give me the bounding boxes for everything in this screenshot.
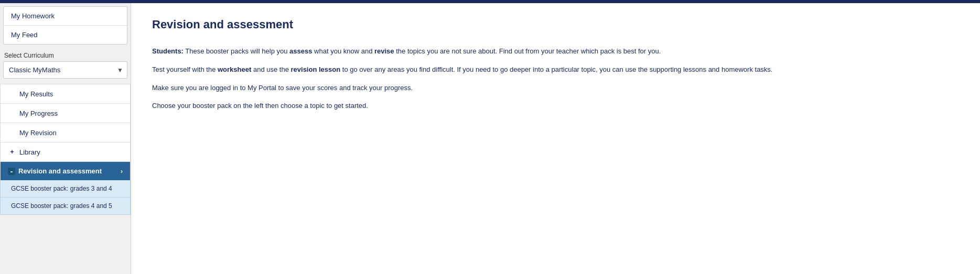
gcse-booster-3-4-label: GCSE booster pack: grades 3 and 4 xyxy=(11,185,112,192)
paragraph-2: Test yourself with the worksheet and use… xyxy=(152,64,959,75)
sidebar-item-my-results[interactable]: My Results xyxy=(0,84,131,103)
sidebar: My Homework My Feed Select Curriculum Cl… xyxy=(0,3,131,274)
main-content: Revision and assessment Students: These … xyxy=(131,3,980,274)
paragraph-3: Make sure you are logged in to My Portal… xyxy=(152,83,959,94)
paragraph-4: Choose your booster pack on the left the… xyxy=(152,101,959,112)
sidebar-item-my-progress[interactable]: My Progress xyxy=(0,103,131,123)
sidebar-top-links: My Homework My Feed xyxy=(3,6,127,45)
students-label: Students: xyxy=(152,47,184,55)
paragraph-1: Students: These booster packs will help … xyxy=(152,46,959,57)
sidebar-sub-item-gcse-3-4[interactable]: GCSE booster pack: grades 3 and 4 xyxy=(0,180,131,198)
sidebar-item-my-feed[interactable]: My Feed xyxy=(4,26,127,44)
p1-text3: the topics you are not sure about. Find … xyxy=(396,47,661,55)
my-progress-icon xyxy=(8,109,16,117)
sidebar-nav: My Results My Progress My Revision + Lib… xyxy=(0,84,131,215)
sidebar-item-my-homework[interactable]: My Homework xyxy=(4,7,127,26)
revision-arrow-icon: › xyxy=(121,168,123,175)
my-results-icon xyxy=(8,90,16,98)
p1-text1: These booster packs will help you xyxy=(185,47,289,55)
p2-text2: and use the xyxy=(253,65,291,73)
curriculum-label: Select Curriculum xyxy=(0,48,131,61)
curriculum-select[interactable]: Classic MyMaths xyxy=(3,61,127,79)
assess-bold: assess xyxy=(289,47,312,55)
sidebar-item-my-revision[interactable]: My Revision xyxy=(0,123,131,142)
sidebar-item-library[interactable]: + Library xyxy=(0,142,131,161)
sidebar-item-revision-and-assessment[interactable]: - Revision and assessment › xyxy=(0,161,131,180)
sidebar-item-my-progress-label: My Progress xyxy=(19,109,58,117)
page-title: Revision and assessment xyxy=(152,18,959,31)
sidebar-item-my-results-label: My Results xyxy=(19,90,53,98)
sidebar-item-library-label: Library xyxy=(19,148,40,156)
sidebar-sub-item-gcse-4-5[interactable]: GCSE booster pack: grades 4 and 5 xyxy=(0,198,131,215)
revision-lesson-bold: revision lesson xyxy=(291,65,341,73)
revision-minus-icon: - xyxy=(8,168,15,175)
worksheet-bold: worksheet xyxy=(218,65,251,73)
p1-text2: what you know and xyxy=(314,47,374,55)
p2-text3: to go over any areas you find difficult.… xyxy=(342,65,773,73)
library-plus-icon: + xyxy=(8,148,16,156)
main-container: My Homework My Feed Select Curriculum Cl… xyxy=(0,3,980,274)
gcse-booster-4-5-label: GCSE booster pack: grades 4 and 5 xyxy=(11,202,112,210)
content-body: Students: These booster packs will help … xyxy=(152,46,959,112)
revise-bold: revise xyxy=(374,47,394,55)
sidebar-item-revision-label: Revision and assessment xyxy=(18,167,102,175)
sidebar-item-my-revision-label: My Revision xyxy=(19,129,57,137)
curriculum-select-wrapper: Classic MyMaths ▼ xyxy=(3,61,127,79)
p2-text1: Test yourself with the xyxy=(152,65,218,73)
my-revision-icon xyxy=(8,128,16,137)
